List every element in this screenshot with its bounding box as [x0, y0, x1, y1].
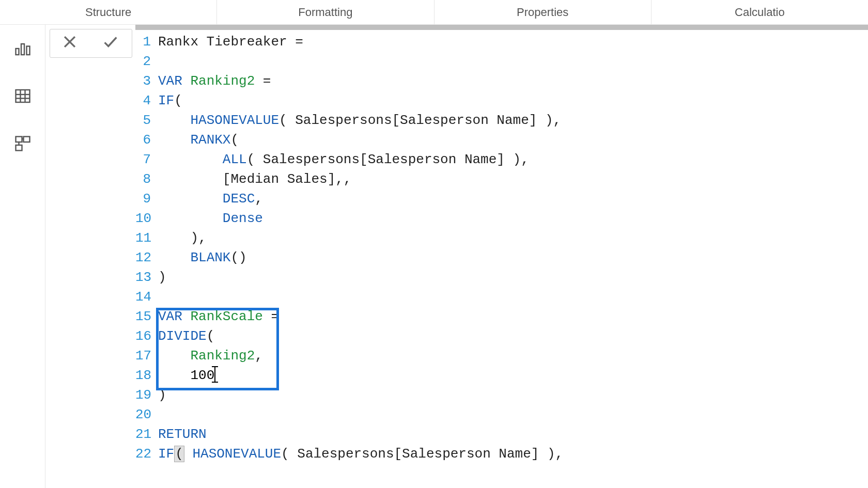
- code-text: (: [207, 328, 215, 344]
- nav-model-view[interactable]: [10, 131, 35, 156]
- line-number: 12: [135, 248, 156, 267]
- code-text: ( Salespersons[Salesperson Name] ),: [279, 113, 561, 128]
- code-text: ,: [255, 191, 263, 207]
- line-number: 3: [135, 71, 156, 91]
- func-name: RANKX: [190, 132, 230, 148]
- tab-structure[interactable]: Structure: [0, 0, 217, 25]
- line-number: 4: [135, 91, 156, 111]
- close-icon: [61, 33, 79, 51]
- tab-label: Formatting: [298, 6, 352, 19]
- text-caret: [214, 367, 215, 382]
- tab-label: Structure: [85, 6, 131, 19]
- line-number: 11: [135, 228, 156, 248]
- code-text: ): [158, 387, 166, 403]
- paren-highlight: (: [174, 446, 184, 462]
- line-number: 20: [135, 405, 156, 424]
- svg-rect-0: [16, 49, 19, 55]
- keyword-var: VAR: [158, 73, 182, 89]
- keyword-if: IF: [158, 93, 174, 108]
- code-text: ),: [190, 230, 206, 246]
- line-number: 8: [135, 169, 156, 189]
- line-number: 5: [135, 111, 156, 130]
- line-number: 22: [135, 444, 156, 464]
- func-name: BLANK: [190, 250, 230, 265]
- keyword-dense: Dense: [223, 211, 263, 226]
- nav-data-view[interactable]: [10, 84, 35, 108]
- column-ref: [Median Sales]: [223, 171, 335, 187]
- func-name: HASONEVALUE: [192, 446, 281, 462]
- code-text: =: [255, 73, 271, 89]
- nav-report-view[interactable]: [10, 36, 35, 61]
- svg-rect-8: [16, 137, 22, 143]
- svg-rect-2: [26, 46, 29, 55]
- var-name: Ranking2: [190, 73, 255, 89]
- code-text: ): [158, 270, 166, 285]
- formula-actions: [50, 29, 132, 58]
- tab-bar: Structure Formatting Properties Calculat…: [0, 0, 868, 25]
- line-number: 1: [135, 32, 156, 52]
- func-name: DIVIDE: [158, 328, 207, 344]
- bar-chart-icon: [13, 39, 32, 58]
- line-number: 9: [135, 189, 156, 209]
- editor-container: 1Rankx Tiebreaker = 2 3VAR Ranking2 = 4I…: [135, 25, 868, 488]
- keyword-if: IF: [158, 446, 174, 462]
- keyword-var: VAR: [158, 309, 182, 324]
- code-text: =: [263, 309, 279, 324]
- dax-editor[interactable]: 1Rankx Tiebreaker = 2 3VAR Ranking2 = 4I…: [135, 32, 868, 488]
- model-icon: [13, 134, 32, 153]
- code-text: (): [230, 250, 246, 265]
- line-number: 19: [135, 385, 156, 405]
- line-number: 16: [135, 326, 156, 346]
- tab-formatting[interactable]: Formatting: [217, 0, 434, 25]
- line-number: 18: [135, 366, 156, 385]
- tab-label: Calculatio: [735, 6, 785, 19]
- tab-calculation[interactable]: Calculatio: [652, 0, 868, 25]
- svg-rect-9: [23, 137, 29, 143]
- table-icon: [13, 87, 32, 105]
- line-number: 10: [135, 209, 156, 228]
- line-number: 17: [135, 346, 156, 366]
- code-text: ,: [255, 348, 263, 364]
- line-number: 7: [135, 150, 156, 169]
- code-text: ,,: [335, 171, 351, 187]
- keyword-return: RETURN: [158, 427, 207, 442]
- line-number: 2: [135, 52, 156, 71]
- var-ref: Ranking2: [190, 348, 255, 364]
- commit-button[interactable]: [100, 33, 121, 54]
- cancel-button[interactable]: [61, 33, 79, 54]
- func-name: ALL: [223, 152, 247, 167]
- code-text: (: [230, 132, 239, 148]
- keyword-desc: DESC: [223, 191, 255, 207]
- tab-label: Properties: [517, 6, 568, 19]
- line-number: 21: [135, 424, 156, 444]
- line-number: 13: [135, 267, 156, 287]
- check-icon: [100, 33, 121, 51]
- left-nav: [0, 25, 45, 488]
- svg-rect-1: [21, 44, 24, 55]
- func-name: HASONEVALUE: [190, 113, 279, 128]
- var-name: RankScale: [190, 309, 262, 324]
- tab-properties[interactable]: Properties: [435, 0, 652, 25]
- code-text: Rankx Tiebreaker =: [158, 34, 303, 50]
- number-literal: 100: [190, 368, 214, 383]
- line-number: 14: [135, 287, 156, 307]
- line-number: 15: [135, 307, 156, 326]
- code-text: ( Salespersons[Salesperson Name] ),: [247, 152, 529, 167]
- svg-rect-10: [16, 145, 22, 151]
- code-text: ( Salespersons[Salesperson Name] ),: [281, 446, 563, 462]
- svg-rect-3: [16, 90, 29, 102]
- line-number: 6: [135, 130, 156, 150]
- code-text: (: [174, 93, 182, 108]
